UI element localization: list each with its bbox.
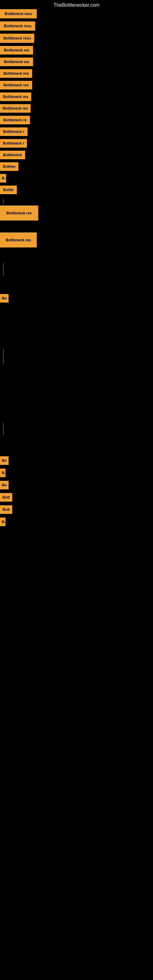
bottleneck-button-26[interactable]: Bott <box>0 493 12 502</box>
vertical-line-21 <box>3 349 4 364</box>
bottleneck-button-13[interactable]: Bottlen <box>0 162 18 171</box>
vertical-line-19 <box>3 263 4 275</box>
bottleneck-button-5[interactable]: Bottleneck res <box>0 69 32 78</box>
bottleneck-button-24[interactable]: B <box>0 469 5 477</box>
bottleneck-button-28[interactable]: B <box>0 517 5 526</box>
bottleneck-button-25[interactable]: Bo <box>0 481 9 489</box>
bottleneck-button-3[interactable]: Bottleneck res <box>0 46 33 54</box>
bottleneck-button-16[interactable]: Bottleneck res <box>0 205 38 221</box>
bottleneck-button-14[interactable]: B <box>0 174 6 183</box>
vertical-line-18 <box>3 199 4 205</box>
bottleneck-button-4[interactable]: Bottleneck res <box>0 57 33 66</box>
bottleneck-button-8[interactable]: Bottleneck res <box>0 104 30 113</box>
bottleneck-button-20[interactable]: Bo <box>0 294 9 302</box>
bottleneck-button-1[interactable]: Bottleneck resu <box>0 21 35 30</box>
bottleneck-button-23[interactable]: Bo <box>0 456 9 465</box>
bottleneck-button-27[interactable]: Bott <box>0 505 12 514</box>
bottleneck-button-7[interactable]: Bottleneck res <box>0 92 31 101</box>
bottleneck-button-11[interactable]: Bottleneck r <box>0 139 27 148</box>
bottleneck-button-2[interactable]: Bottleneck resu <box>0 34 34 43</box>
bottleneck-button-0[interactable]: Bottleneck resu <box>0 9 37 18</box>
vertical-line-22 <box>3 423 4 435</box>
bottleneck-button-12[interactable]: Bottleneck <box>0 151 25 159</box>
bottleneck-button-15[interactable]: Bottle <box>0 186 17 194</box>
bottleneck-button-9[interactable]: Bottleneck re <box>0 116 30 124</box>
site-title: TheBottlenecker.com <box>0 0 153 10</box>
bottleneck-button-10[interactable]: Bottleneck r <box>0 127 27 136</box>
bottleneck-button-6[interactable]: Bottleneck res <box>0 81 32 89</box>
bottleneck-button-17[interactable]: Bottleneck res <box>0 232 37 247</box>
